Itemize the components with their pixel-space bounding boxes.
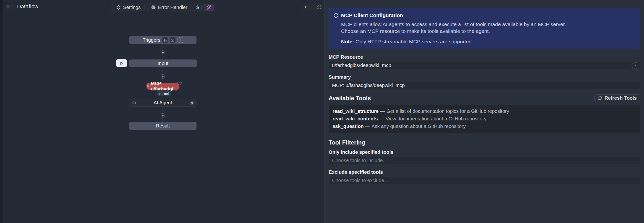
error-handler-label: Error Handler <box>158 5 187 10</box>
summary-label: Summary <box>328 74 640 80</box>
mcp-info-banner: MCP Client Configuration MCP clients all… <box>328 8 640 49</box>
plug-icon <box>146 84 149 88</box>
fit-view-button[interactable] <box>316 4 322 10</box>
tool-description: Ask any question about a GitHub reposito… <box>372 124 466 129</box>
triggers-label: Triggers <box>142 37 160 43</box>
mcp-resource-label: MCP Resource <box>328 54 640 60</box>
error-handler-button[interactable]: Error Handler <box>147 4 192 11</box>
add-tool-button[interactable]: + Tool <box>156 91 172 96</box>
fullscreen-icon <box>317 5 321 9</box>
node-ai-agent[interactable]: AI Agent a <box>129 99 196 107</box>
mcp-config-panel: MCP Client Configuration MCP clients all… <box>324 0 644 223</box>
clear-resource-button[interactable] <box>632 62 639 69</box>
available-tools-heading: Available Tools <box>328 95 371 102</box>
robot-icon <box>132 101 136 105</box>
refresh-tools-label: Refresh Tools <box>604 95 637 101</box>
refresh-icon <box>598 96 602 100</box>
tool-name: ask_question <box>332 124 364 129</box>
play-icon <box>120 61 124 65</box>
mail-icon <box>171 38 174 42</box>
tool-row: read_wiki_contents—View documentation ab… <box>332 115 636 123</box>
tool-filtering-heading: Tool Filtering <box>328 139 640 146</box>
insert-step-button-3[interactable]: + <box>161 113 165 117</box>
flow-header: Dataflow <box>6 3 38 10</box>
tool-description: Get a list of documentation topics for a… <box>386 108 509 114</box>
node-mcp-tool[interactable]: MCP: u/farhadgl... <box>146 83 180 90</box>
tool-separator: — <box>365 124 370 129</box>
settings-label: Settings <box>123 5 140 10</box>
dataflow-toggle[interactable] <box>6 4 14 9</box>
info-note-text: Only HTTP streamable MCP servers are sup… <box>356 39 473 44</box>
tool-row: read_wiki_structure—Get a list of docume… <box>332 107 636 115</box>
dollar-label: $ <box>196 5 199 10</box>
info-banner-line2: Choose an MCP resource to make its tools… <box>341 28 635 35</box>
gear-icon <box>116 5 121 10</box>
webhook-icon <box>163 38 167 42</box>
settings-button[interactable]: Settings <box>112 4 145 11</box>
toggle-knob <box>6 5 10 8</box>
summary-input[interactable] <box>328 82 640 89</box>
result-node-label: Result <box>156 123 170 129</box>
include-tools-label: Only include specified tools <box>328 149 640 155</box>
run-flow-button[interactable] <box>116 59 127 67</box>
insert-step-button-1[interactable]: + <box>161 50 165 54</box>
tool-name: read_wiki_structure <box>332 108 379 114</box>
insert-step-button-2[interactable]: + <box>161 74 165 78</box>
available-tools-list: read_wiki_structure—Get a list of docume… <box>328 105 640 133</box>
node-triggers[interactable]: Triggers + <box>129 36 196 44</box>
include-tools-input[interactable] <box>328 157 640 164</box>
tool-description: View documentation about a GitHub reposi… <box>386 116 486 121</box>
tool-separator: — <box>380 108 385 114</box>
node-result[interactable]: Result <box>129 122 196 130</box>
dataflow-label: Dataflow <box>17 3 38 10</box>
flow-toolbar: Settings Error Handler $ <box>110 3 216 12</box>
info-banner-title: MCP Client Configuration <box>341 12 403 18</box>
exclude-tools-label: Exclude specified tools <box>328 169 640 175</box>
add-trigger-button[interactable]: + <box>178 37 183 43</box>
flow-canvas[interactable]: Dataflow Settings Error Handler $ + − Tr… <box>0 0 324 223</box>
remove-mcp-button[interactable] <box>178 81 182 85</box>
zoom-in-button[interactable]: + <box>302 4 308 10</box>
close-icon <box>634 64 637 67</box>
magic-wand-icon <box>206 5 211 10</box>
tool-separator: — <box>379 116 384 121</box>
canvas-zoom-controls: + − <box>301 4 324 10</box>
close-icon <box>178 82 181 84</box>
collapsed-sidebar-rail[interactable] <box>0 0 3 223</box>
input-node-label: Input <box>158 61 168 66</box>
ai-agent-label: AI Agent <box>154 100 172 106</box>
node-input[interactable]: Input <box>129 59 197 67</box>
dollar-button[interactable]: $ <box>194 4 202 11</box>
refresh-tools-button[interactable]: Refresh Tools <box>594 94 640 102</box>
mcp-resource-input[interactable] <box>328 62 640 69</box>
bug-icon <box>151 5 156 10</box>
ai-agent-id-badge: a <box>190 101 194 105</box>
webhook-trigger-button[interactable] <box>162 37 168 43</box>
tool-name: read_wiki_contents <box>332 116 378 121</box>
zoom-out-button[interactable]: − <box>309 4 315 10</box>
tool-row: ask_question—Ask any question about a Gi… <box>332 123 636 130</box>
exclude-tools-input[interactable] <box>328 177 640 184</box>
email-trigger-button[interactable] <box>170 37 176 43</box>
ai-assistant-button[interactable] <box>204 4 214 11</box>
mcp-node-label: MCP: u/farhadgl... <box>151 81 180 92</box>
info-icon <box>334 13 338 18</box>
info-note-label: Note: <box>341 39 354 44</box>
info-banner-line1: MCP clients allow AI agents to access an… <box>341 21 635 28</box>
